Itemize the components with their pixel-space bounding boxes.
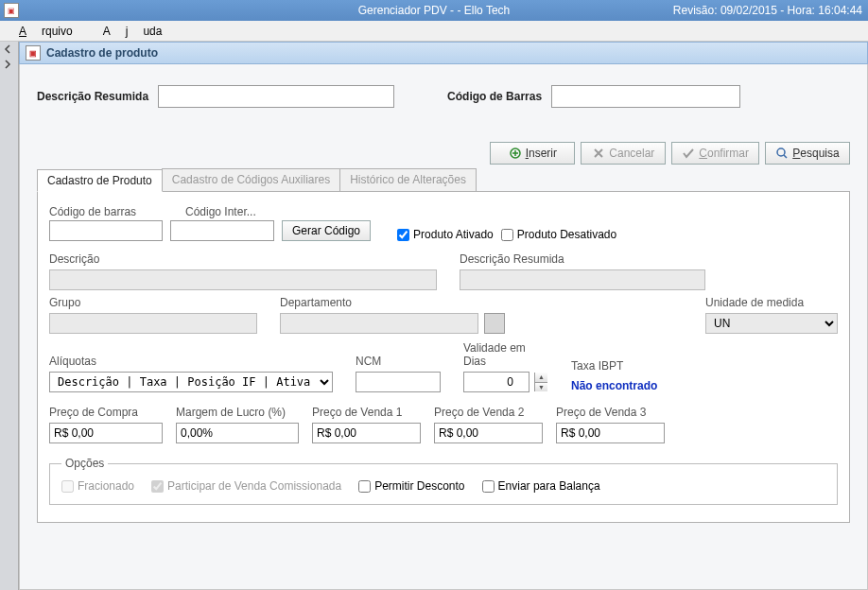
preco-v3-label: Preço de Venda 3 [556, 406, 665, 419]
preco-v1-label: Preço de Venda 1 [312, 406, 421, 419]
taxa-ibpt-label: Taxa IBPT [571, 359, 713, 373]
grupo-label: Grupo [49, 296, 257, 309]
menu-file[interactable]: Arquivo [4, 23, 88, 40]
desc-resumida-label: Descrição Resumida [37, 90, 148, 103]
search-icon [775, 147, 789, 160]
codigo-interno-field[interactable] [170, 220, 274, 241]
fracionado-checkbox: Fracionado [61, 479, 134, 493]
x-icon [592, 147, 605, 160]
gerar-codigo-button[interactable]: Gerar Código [282, 220, 371, 241]
preco-v1-field[interactable] [312, 423, 421, 443]
preco-v2-field[interactable] [434, 423, 543, 443]
plus-icon [509, 147, 522, 160]
validade-spinner[interactable]: ▲▼ [534, 373, 547, 391]
departamento-label: Departamento [280, 296, 516, 309]
title-bar: ▣ Gerenciador PDV - - Ello Tech Revisão:… [0, 0, 868, 21]
panel-icon: ▣ [26, 45, 41, 61]
desc-resumida-input[interactable] [158, 85, 394, 108]
codigo-interno-label: Código Inter... [185, 205, 289, 218]
grupo-field[interactable] [49, 313, 257, 334]
produto-desativado-checkbox[interactable]: Produto Desativado [501, 228, 616, 241]
tab-strip: Cadastro de Produto Cadastro de Códigos … [37, 168, 850, 192]
side-collapse-bar[interactable] [0, 42, 19, 590]
spin-down-icon[interactable]: ▼ [534, 383, 547, 392]
codigo-barras-label: Código de Barras [447, 90, 542, 103]
confirm-button[interactable]: Confirmar [671, 142, 759, 165]
aliquotas-select[interactable]: Descrição | Taxa | Posição IF | Ativa [49, 372, 333, 392]
descricao-field[interactable] [49, 269, 437, 290]
produto-ativado-checkbox[interactable]: Produto Ativado [397, 228, 494, 241]
ncm-label: NCM [356, 355, 441, 368]
menu-help[interactable]: Ajuda [88, 23, 178, 40]
spin-up-icon[interactable]: ▲ [534, 373, 547, 383]
validade-field[interactable] [463, 372, 529, 392]
tab-historico[interactable]: Histórico de Alterações [339, 168, 477, 191]
app-icon: ▣ [4, 3, 19, 18]
unidade-select[interactable]: UN [705, 313, 838, 334]
tab-content: Código de barras Código Inter... Gerar C… [37, 192, 850, 523]
codigo-barras-field-label: Código de barras [49, 205, 163, 218]
tab-cadastro[interactable]: Cadastro de Produto [37, 169, 163, 192]
options-group: Opções Fracionado Participar de Venda Co… [49, 457, 838, 505]
comissionada-checkbox: Participar de Venda Comissionada [151, 479, 341, 493]
codigo-barras-input[interactable] [551, 85, 740, 108]
preco-v3-field[interactable] [556, 423, 665, 443]
ncm-field[interactable] [356, 372, 441, 392]
chevron-left-icon [0, 42, 15, 57]
desconto-checkbox[interactable]: Permitir Desconto [358, 479, 464, 493]
descricao-resumida-field[interactable] [460, 269, 705, 290]
insert-button[interactable]: Inserir [490, 142, 575, 165]
validade-label: Validade em Dias [463, 341, 548, 368]
panel-title: Cadastro de produto [46, 46, 158, 60]
options-legend: Opções [61, 457, 108, 470]
descricao-label: Descrição [49, 252, 437, 266]
descricao-resumida-label2: Descrição Resumida [460, 252, 705, 266]
preco-compra-label: Preço de Compra [49, 406, 163, 419]
check-icon [682, 147, 695, 160]
departamento-field[interactable] [280, 313, 478, 334]
departamento-picker-button[interactable] [484, 313, 505, 334]
preco-v2-label: Preço de Venda 2 [434, 406, 543, 419]
balanca-checkbox[interactable]: Enviar para Balança [482, 479, 600, 493]
aliquotas-label: Alíquotas [49, 355, 333, 368]
preco-compra-field[interactable] [49, 423, 163, 443]
chevron-right-icon [0, 57, 15, 72]
menu-bar: Arquivo Ajuda [0, 21, 868, 42]
app-title: Gerenciador PDV - - Ello Tech [358, 4, 511, 17]
cancel-button[interactable]: Cancelar [581, 142, 666, 165]
taxa-ibpt-value: Não encontrado [571, 376, 713, 392]
margem-field[interactable] [176, 423, 299, 443]
revision-text: Revisão: 09/02/2015 - Hora: 16:04:44 [673, 4, 862, 17]
unidade-label: Unidade de medida [705, 296, 838, 309]
tab-codigos[interactable]: Cadastro de Códigos Auxiliares [162, 168, 340, 191]
svg-point-1 [777, 148, 785, 156]
search-button[interactable]: Pesquisa [765, 142, 850, 165]
codigo-barras-field[interactable] [49, 220, 163, 241]
panel-title-bar: ▣ Cadastro de produto [19, 42, 868, 64]
margem-label: Margem de Lucro (%) [176, 406, 299, 419]
